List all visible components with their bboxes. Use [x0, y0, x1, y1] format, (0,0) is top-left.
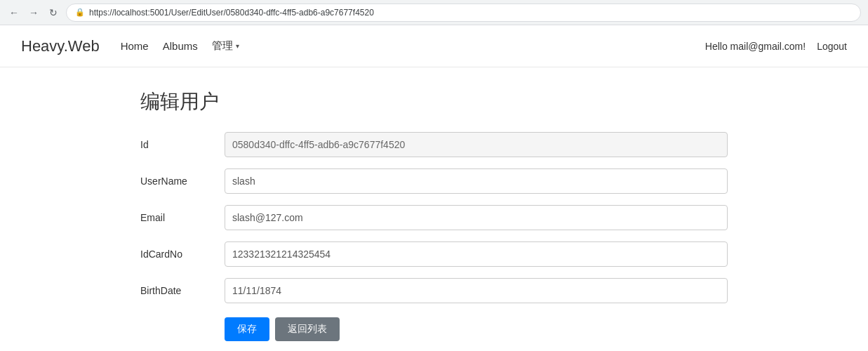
nav-right: Hello mail@gmail.com! Logout [705, 41, 847, 52]
url-text: https://localhost:5001/User/EditUser/058… [89, 8, 374, 18]
label-username: UserName [140, 176, 225, 187]
reload-nav-button[interactable]: ↻ [46, 6, 60, 20]
label-id: Id [140, 139, 225, 150]
form-group-id: Id [140, 132, 728, 157]
logout-button[interactable]: Logout [817, 41, 847, 52]
forward-nav-button[interactable]: → [27, 6, 41, 20]
browser-chrome: ← → ↻ 🔒 https://localhost:5001/User/Edit… [0, 0, 868, 25]
save-button[interactable]: 保存 [225, 317, 269, 341]
input-birthdate[interactable] [225, 278, 728, 303]
chevron-down-icon: ▾ [236, 42, 239, 50]
form-group-birthdate: BirthDate [140, 278, 728, 303]
hello-text: Hello mail@gmail.com! [705, 41, 806, 52]
back-button[interactable]: 返回列表 [275, 317, 340, 341]
input-idcardno[interactable] [225, 241, 728, 267]
label-birthdate: BirthDate [140, 285, 225, 296]
navbar: Heavy.Web Home Albums 管理 ▾ Hello mail@gm… [0, 25, 868, 67]
url-bar[interactable]: 🔒 https://localhost:5001/User/EditUser/0… [66, 4, 861, 22]
label-idcardno: IdCardNo [140, 249, 225, 260]
main-content: 编辑用户 Id UserName Email IdCardNo BirthDat… [0, 67, 868, 351]
nav-dropdown-admin[interactable]: 管理 ▾ [212, 39, 239, 53]
input-username[interactable] [225, 168, 728, 194]
input-email[interactable] [225, 205, 728, 230]
form-group-username: UserName [140, 168, 728, 194]
label-email: Email [140, 212, 225, 223]
nav-dropdown-label: 管理 [212, 39, 233, 53]
nav-link-albums[interactable]: Albums [163, 40, 198, 52]
form-group-email: Email [140, 205, 728, 230]
button-group: 保存 返回列表 [225, 317, 728, 341]
nav-links: Home Albums 管理 ▾ [121, 39, 705, 53]
brand-logo[interactable]: Heavy.Web [21, 37, 100, 55]
nav-link-home[interactable]: Home [121, 40, 149, 52]
form-group-idcardno: IdCardNo [140, 241, 728, 267]
back-nav-button[interactable]: ← [7, 6, 21, 20]
lock-icon: 🔒 [75, 8, 85, 17]
page-title: 编辑用户 [140, 88, 728, 115]
input-id[interactable] [225, 132, 728, 157]
